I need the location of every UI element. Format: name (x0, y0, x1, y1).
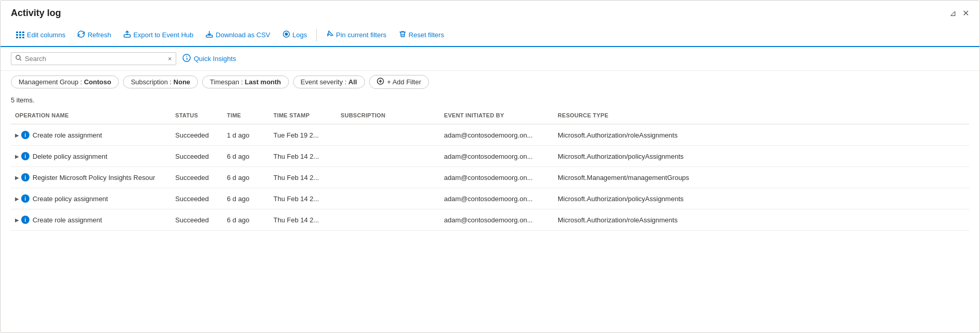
cell-subscription (336, 188, 440, 209)
cell-status: Succeeded (171, 188, 223, 209)
search-clear-button[interactable]: × (168, 55, 172, 63)
logs-button[interactable]: Logs (278, 28, 312, 42)
operation-name: Create role assignment (33, 216, 102, 224)
download-csv-label: Download as CSV (216, 31, 270, 39)
search-input[interactable] (25, 55, 166, 63)
info-icon: i (21, 194, 29, 203)
svg-rect-3 (16, 34, 18, 36)
table-container: OPERATION NAME STATUS TIME TIME STAMP SU… (1, 107, 979, 231)
table-row[interactable]: ▶ i Create policy assignment Succeeded 6… (11, 188, 969, 209)
add-filter-button[interactable]: + Add Filter (369, 75, 429, 89)
window-title: Activity log (11, 8, 61, 19)
logs-label: Logs (293, 31, 307, 39)
activity-table: OPERATION NAME STATUS TIME TIME STAMP SU… (11, 107, 969, 231)
info-icon: i (21, 131, 29, 139)
refresh-button[interactable]: Refresh (72, 28, 116, 42)
pin-filters-button[interactable]: Pin current filters (321, 28, 392, 42)
window-controls: ⊿ ✕ (950, 8, 969, 18)
svg-point-12 (285, 33, 288, 36)
table-header-row: OPERATION NAME STATUS TIME TIME STAMP SU… (11, 107, 969, 124)
col-header-timestamp: TIME STAMP (269, 107, 336, 124)
col-header-subscription: SUBSCRIPTION (336, 107, 440, 124)
download-csv-button[interactable]: Download as CSV (201, 28, 275, 42)
table-row[interactable]: ▶ i Create role assignment Succeeded 1 d… (11, 124, 969, 146)
col-header-initiated-by: EVENT INITIATED BY (440, 107, 554, 124)
filter-subscription[interactable]: Subscription : None (123, 75, 198, 88)
edit-columns-label: Edit columns (27, 31, 65, 39)
add-filter-label: + Add Filter (387, 78, 421, 86)
svg-point-15 (186, 55, 187, 56)
quick-insights-label: Quick Insights (194, 55, 236, 63)
cell-operation: ▶ i Create role assignment (11, 209, 171, 231)
reset-filters-label: Reset filters (409, 31, 445, 39)
cell-timestamp: Thu Feb 14 2... (269, 146, 336, 167)
edit-columns-button[interactable]: Edit columns (11, 28, 70, 41)
toolbar-separator (316, 29, 317, 41)
close-icon[interactable]: ✕ (962, 8, 969, 18)
cell-timestamp: Thu Feb 14 2... (269, 209, 336, 231)
cell-resource-type: Microsoft.Authorization/policyAssignment… (554, 188, 969, 209)
operation-name: Create role assignment (33, 131, 102, 139)
search-icon (16, 55, 22, 63)
filter-timespan[interactable]: Timespan : Last month (202, 75, 289, 88)
row-expander[interactable]: ▶ (15, 175, 19, 180)
cell-subscription (336, 167, 440, 188)
refresh-label: Refresh (87, 31, 111, 39)
col-header-operation: OPERATION NAME (11, 107, 171, 124)
cell-resource-type: Microsoft.Authorization/roleAssignments (554, 209, 969, 231)
svg-rect-4 (19, 34, 21, 36)
download-icon (206, 31, 213, 39)
svg-rect-5 (22, 34, 24, 36)
filter-management-group[interactable]: Management Group : Contoso (11, 75, 119, 88)
info-icon: i (21, 216, 29, 224)
pin-filters-icon (326, 31, 333, 39)
pin-icon[interactable]: ⊿ (950, 8, 956, 18)
operation-name: Register Microsoft Policy Insights Resou… (33, 174, 155, 181)
title-bar: Activity log ⊿ ✕ (1, 1, 979, 24)
svg-point-13 (16, 55, 20, 59)
export-event-hub-button[interactable]: Export to Event Hub (118, 28, 198, 42)
operation-name: Delete policy assignment (33, 153, 108, 160)
cell-subscription (336, 124, 440, 146)
edit-columns-icon (16, 32, 24, 39)
search-box[interactable]: × (11, 52, 176, 65)
cell-initiated-by: adam@contosodemoorg.on... (440, 146, 554, 167)
row-expander[interactable]: ▶ (15, 154, 19, 159)
row-expander[interactable]: ▶ (15, 217, 19, 223)
row-expander[interactable]: ▶ (15, 132, 19, 138)
cell-subscription (336, 209, 440, 231)
reset-filters-button[interactable]: Reset filters (394, 28, 450, 42)
cell-time: 6 d ago (223, 188, 269, 209)
search-bar: × Quick Insights (1, 47, 979, 71)
quick-insights-button[interactable]: Quick Insights (182, 54, 236, 64)
svg-rect-7 (19, 37, 21, 38)
row-expander[interactable]: ▶ (15, 196, 19, 202)
cell-status: Succeeded (171, 124, 223, 146)
table-row[interactable]: ▶ i Delete policy assignment Succeeded 6… (11, 146, 969, 167)
filters-bar: Management Group : Contoso Subscription … (1, 71, 979, 93)
cell-initiated-by: adam@contosodemoorg.on... (440, 124, 554, 146)
cell-initiated-by: adam@contosodemoorg.on... (440, 188, 554, 209)
cell-status: Succeeded (171, 146, 223, 167)
svg-rect-1 (19, 32, 21, 33)
cell-timestamp: Thu Feb 14 2... (269, 167, 336, 188)
cell-timestamp: Thu Feb 14 2... (269, 188, 336, 209)
svg-rect-8 (22, 37, 24, 38)
svg-rect-10 (206, 35, 212, 37)
filter-event-severity[interactable]: Event severity : All (293, 75, 365, 88)
table-row[interactable]: ▶ i Register Microsoft Policy Insights R… (11, 167, 969, 188)
logs-icon (283, 31, 290, 39)
svg-rect-2 (22, 32, 24, 33)
cell-operation: ▶ i Create policy assignment (11, 188, 171, 209)
cell-operation: ▶ i Register Microsoft Policy Insights R… (11, 167, 171, 188)
cell-time: 6 d ago (223, 209, 269, 231)
cell-subscription (336, 146, 440, 167)
cell-time: 1 d ago (223, 124, 269, 146)
export-event-hub-label: Export to Event Hub (133, 31, 193, 39)
cell-timestamp: Tue Feb 19 2... (269, 124, 336, 146)
svg-rect-6 (16, 37, 18, 38)
cell-status: Succeeded (171, 167, 223, 188)
cell-time: 6 d ago (223, 167, 269, 188)
export-icon (124, 31, 131, 39)
table-row[interactable]: ▶ i Create role assignment Succeeded 6 d… (11, 209, 969, 231)
